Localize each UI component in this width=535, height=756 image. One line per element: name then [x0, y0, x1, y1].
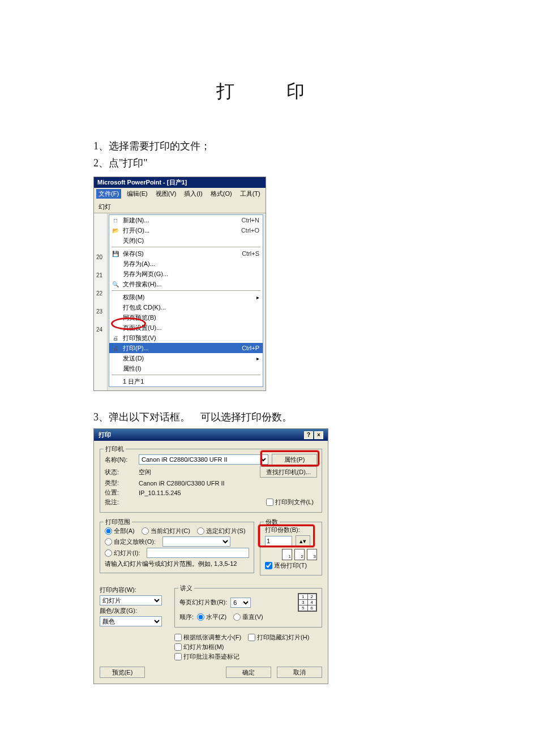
menu-item-icon: 🖨: [112, 334, 119, 342]
menu-item-icon: □: [112, 216, 119, 224]
menu-item[interactable]: 页面设置(U)...: [109, 323, 263, 333]
ppt-titlebar: Microsoft PowerPoint - [日产1]: [94, 177, 266, 188]
menu-item-icon: 🖨: [112, 344, 119, 352]
menu-item-label: 关闭(C): [123, 237, 144, 245]
menu-item-label: 页面设置(U)...: [123, 324, 161, 332]
menu-slide[interactable]: 幻灯: [96, 202, 113, 212]
menu-item-label: 文件搜索(H)...: [123, 280, 161, 289]
menu-item-icon: [112, 354, 119, 362]
menu-item-label: 打包成 CD(K)...: [123, 303, 166, 312]
menu-item-label: 打印(P)...: [123, 344, 149, 353]
menu-item[interactable]: 另存为(A)...: [109, 259, 263, 269]
menu-item-icon: [112, 324, 119, 332]
range-current-radio[interactable]: [142, 527, 149, 535]
range-group: 打印范围 全部(A) 当前幻灯片(C) 选定幻灯片(S) 自定义放映(O): 幻…: [100, 522, 254, 573]
scale-check[interactable]: [174, 634, 182, 641]
menu-item-accel: Ctrl+N: [242, 217, 259, 224]
slides-input[interactable]: [147, 548, 249, 558]
doc-title: 打 印: [93, 79, 444, 104]
range-custom-radio[interactable]: [105, 538, 112, 545]
menu-item[interactable]: 💾保存(S)Ctrl+S: [109, 248, 263, 259]
handout-group: 讲义 每页幻灯片数(R): 6 123456 顺序: 水平(Z) 垂直(V): [174, 588, 322, 628]
menu-item[interactable]: 🖨打印预览(V): [109, 333, 263, 343]
menu-item-accel: Ctrl+S: [242, 250, 259, 257]
menu-item-icon: [112, 270, 119, 278]
menu-item-icon: 💾: [112, 250, 119, 257]
range-all-radio[interactable]: [105, 527, 112, 535]
frame-check[interactable]: [174, 643, 182, 651]
menu-item[interactable]: 网页预览(B): [109, 312, 263, 323]
collate-icon: 123: [265, 549, 317, 560]
step-3: 3、弹出以下对话框。 可以选择打印份数。: [93, 409, 444, 425]
menu-insert[interactable]: 插入(I): [182, 189, 204, 199]
menu-item[interactable]: 发送(D): [109, 353, 263, 363]
menu-item-label: 1 日产1: [123, 377, 144, 386]
collate-check[interactable]: [265, 562, 272, 569]
order-vertical-radio[interactable]: [233, 613, 241, 621]
step-1: 1、选择需要打印的文件；: [93, 138, 444, 154]
print-what-select[interactable]: 幻灯片: [100, 595, 162, 605]
hidden-check[interactable]: [248, 634, 255, 641]
menu-item-icon: [112, 377, 119, 385]
menu-item-icon: [112, 364, 119, 372]
menu-view[interactable]: 视图(V): [153, 189, 179, 199]
menu-item[interactable]: 🔍文件搜索(H)...: [109, 279, 263, 289]
range-slides-radio[interactable]: [105, 549, 112, 557]
menu-item[interactable]: 打包成 CD(K)...: [109, 302, 263, 312]
file-menu-dropdown[interactable]: □新建(N)...Ctrl+N📂打开(O)...Ctrl+O关闭(C)💾保存(S…: [109, 214, 263, 387]
menu-item[interactable]: 📂打开(O)...Ctrl+O: [109, 225, 263, 235]
menu-item[interactable]: 🖨打印(P)...Ctrl+P: [109, 343, 263, 353]
custom-show-select[interactable]: [162, 536, 230, 547]
color-select[interactable]: 颜色: [100, 616, 162, 626]
menu-item-icon: [112, 313, 119, 321]
menu-file[interactable]: 文件(F): [96, 189, 121, 199]
menu-item-icon: 🔍: [112, 280, 119, 288]
menu-item-label: 属性(I): [123, 364, 141, 373]
help-icon[interactable]: ?: [304, 431, 313, 439]
menu-item-label: 网页预览(B): [123, 313, 156, 322]
menu-item[interactable]: 权限(M): [109, 292, 263, 302]
slides-per-page-select[interactable]: 6: [230, 598, 251, 608]
menu-item[interactable]: 1 日产1: [109, 376, 263, 386]
menu-item-label: 另存为网页(G)...: [123, 270, 168, 278]
properties-button[interactable]: 属性(P): [272, 454, 317, 465]
order-horizontal-radio[interactable]: [197, 613, 204, 621]
menu-item[interactable]: 另存为网页(G)...: [109, 269, 263, 279]
dialog-titlebar: 打印 ? ×: [94, 429, 328, 441]
ok-button[interactable]: 确定: [226, 667, 271, 678]
menu-format[interactable]: 格式(O): [208, 189, 234, 199]
copies-input[interactable]: [265, 536, 292, 546]
menu-item-icon: 📂: [112, 226, 119, 234]
menu-item[interactable]: □新建(N)...Ctrl+N: [109, 215, 263, 225]
menu-edit[interactable]: 编辑(E): [125, 189, 150, 199]
menu-item-label: 打开(O)...: [123, 226, 149, 235]
cancel-button[interactable]: 取消: [277, 667, 322, 678]
menu-item[interactable]: 属性(I): [109, 363, 263, 373]
printer-group: 打印机 名称(N): Canon iR C2880/C3380 UFR II 属…: [100, 449, 322, 513]
find-printer-button[interactable]: 查找打印机(D)...: [260, 466, 317, 478]
menu-item-label: 新建(N)...: [123, 216, 149, 225]
close-icon[interactable]: ×: [314, 431, 323, 439]
print-to-file-check[interactable]: [266, 499, 273, 506]
ppt-menubar: 文件(F) 编辑(E) 视图(V) 插入(I) 格式(O) 工具(T) 幻灯: [94, 188, 266, 213]
ink-check[interactable]: [174, 653, 182, 660]
preview-button[interactable]: 预览(E): [100, 667, 145, 678]
menu-item-icon: [112, 303, 119, 311]
menu-item-label: 权限(M): [123, 293, 145, 302]
printer-name-select[interactable]: Canon iR C2880/C3380 UFR II: [139, 454, 268, 465]
menu-item-accel: Ctrl+O: [241, 227, 259, 234]
copies-group: 份数 打印份数(B): ▴▾ 123 逐份打印(T): [260, 522, 322, 575]
screenshot-print-dialog: 打印 ? × 打印机 名称(N): Canon iR C2880/C3380 U…: [93, 428, 328, 684]
handout-layout-icon: 123456: [298, 593, 317, 612]
menu-item-icon: [112, 237, 119, 244]
menu-item[interactable]: 关闭(C): [109, 235, 263, 246]
copies-spinner[interactable]: ▴▾: [296, 535, 310, 547]
menu-item-label: 另存为(A)...: [123, 260, 155, 268]
menu-item-label: 保存(S): [123, 250, 144, 258]
menu-item-icon: [112, 260, 119, 268]
menu-item-label: 发送(D): [123, 354, 144, 363]
screenshot-ppt-menu: Microsoft PowerPoint - [日产1] 文件(F) 编辑(E)…: [93, 177, 266, 391]
menu-tools[interactable]: 工具(T): [238, 189, 263, 199]
menu-item-accel: Ctrl+P: [242, 345, 259, 351]
range-selected-radio[interactable]: [197, 527, 204, 535]
